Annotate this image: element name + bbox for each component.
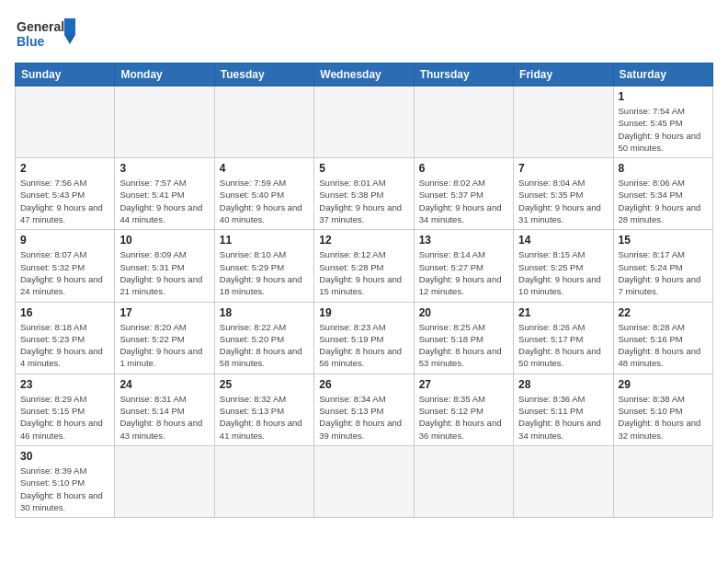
calendar-day-cell: 11Sunrise: 8:10 AM Sunset: 5:29 PM Dayli… [214,230,313,302]
day-info: Sunrise: 8:10 AM Sunset: 5:29 PM Dayligh… [220,248,309,297]
day-number: 6 [419,162,508,175]
calendar-day-cell: 7Sunrise: 8:04 AM Sunset: 5:35 PM Daylig… [514,158,613,230]
calendar-day-cell: 25Sunrise: 8:32 AM Sunset: 5:13 PM Dayli… [214,373,313,445]
day-info: Sunrise: 7:57 AM Sunset: 5:41 PM Dayligh… [119,177,209,225]
calendar-day-cell: 23Sunrise: 8:29 AM Sunset: 5:15 PM Dayli… [16,373,115,445]
day-info: Sunrise: 8:09 AM Sunset: 5:31 PM Dayligh… [119,248,209,297]
calendar-day-cell: 26Sunrise: 8:34 AM Sunset: 5:13 PM Dayli… [314,373,414,445]
svg-text:General: General [17,19,64,34]
day-info: Sunrise: 8:20 AM Sunset: 5:22 PM Dayligh… [119,321,209,370]
calendar-week-row: 30Sunrise: 8:39 AM Sunset: 5:10 PM Dayli… [16,445,713,517]
day-number: 16 [20,306,109,319]
calendar-day-cell [214,445,313,517]
day-number: 20 [419,306,508,319]
day-number: 5 [319,162,408,175]
calendar-day-cell: 28Sunrise: 8:36 AM Sunset: 5:11 PM Dayli… [514,373,613,445]
day-info: Sunrise: 8:15 AM Sunset: 5:25 PM Dayligh… [518,248,608,297]
calendar-day-cell [115,86,214,158]
day-number: 1 [619,90,708,103]
calendar-day-cell: 2Sunrise: 7:56 AM Sunset: 5:43 PM Daylig… [16,158,115,230]
calendar-day-cell: 14Sunrise: 8:15 AM Sunset: 5:25 PM Dayli… [514,230,613,302]
day-number: 3 [119,162,209,175]
calendar-header-sunday: Sunday [16,63,115,86]
day-number: 27 [419,378,508,391]
calendar-day-cell [514,445,613,517]
day-number: 28 [518,378,608,391]
calendar-day-cell: 4Sunrise: 7:59 AM Sunset: 5:40 PM Daylig… [214,158,313,230]
day-info: Sunrise: 8:29 AM Sunset: 5:15 PM Dayligh… [20,393,109,442]
calendar-day-cell [414,445,513,517]
calendar-day-cell [613,445,712,517]
day-number: 24 [119,378,209,391]
calendar-day-cell: 30Sunrise: 8:39 AM Sunset: 5:10 PM Dayli… [16,445,115,517]
calendar-day-cell: 3Sunrise: 7:57 AM Sunset: 5:41 PM Daylig… [115,158,214,230]
day-number: 9 [20,234,109,247]
day-info: Sunrise: 8:31 AM Sunset: 5:14 PM Dayligh… [119,393,209,442]
calendar-day-cell: 19Sunrise: 8:23 AM Sunset: 5:19 PM Dayli… [314,302,414,373]
calendar-day-cell: 24Sunrise: 8:31 AM Sunset: 5:14 PM Dayli… [115,373,214,445]
day-info: Sunrise: 8:22 AM Sunset: 5:20 PM Dayligh… [220,321,309,370]
calendar-day-cell [214,86,313,158]
calendar-day-cell [314,86,414,158]
day-number: 26 [319,378,408,391]
calendar-header-monday: Monday [115,63,214,86]
calendar-day-cell: 16Sunrise: 8:18 AM Sunset: 5:23 PM Dayli… [16,302,115,373]
calendar-week-row: 16Sunrise: 8:18 AM Sunset: 5:23 PM Dayli… [16,302,713,373]
day-number: 7 [518,162,608,175]
day-info: Sunrise: 8:12 AM Sunset: 5:28 PM Dayligh… [319,248,408,297]
calendar-day-cell: 15Sunrise: 8:17 AM Sunset: 5:24 PM Dayli… [613,230,712,302]
day-number: 14 [518,234,608,247]
day-number: 2 [20,162,109,175]
calendar-day-cell: 5Sunrise: 8:01 AM Sunset: 5:38 PM Daylig… [314,158,414,230]
calendar-table: SundayMondayTuesdayWednesdayThursdayFrid… [15,63,713,518]
day-info: Sunrise: 8:18 AM Sunset: 5:23 PM Dayligh… [20,321,109,370]
calendar-header-tuesday: Tuesday [214,63,313,86]
svg-marker-3 [64,35,75,44]
calendar-week-row: 2Sunrise: 7:56 AM Sunset: 5:43 PM Daylig… [16,158,713,230]
day-info: Sunrise: 8:17 AM Sunset: 5:24 PM Dayligh… [619,248,708,297]
day-number: 17 [119,306,209,319]
calendar-header-friday: Friday [514,63,613,86]
day-info: Sunrise: 8:23 AM Sunset: 5:19 PM Dayligh… [319,321,408,370]
day-number: 30 [20,450,109,463]
calendar-day-cell: 18Sunrise: 8:22 AM Sunset: 5:20 PM Dayli… [214,302,313,373]
calendar-day-cell: 22Sunrise: 8:28 AM Sunset: 5:16 PM Dayli… [613,302,712,373]
day-info: Sunrise: 8:28 AM Sunset: 5:16 PM Dayligh… [619,321,708,370]
day-number: 11 [220,234,309,247]
calendar-day-cell: 9Sunrise: 8:07 AM Sunset: 5:32 PM Daylig… [16,230,115,302]
day-info: Sunrise: 7:56 AM Sunset: 5:43 PM Dayligh… [20,177,109,225]
calendar-day-cell: 13Sunrise: 8:14 AM Sunset: 5:27 PM Dayli… [414,230,513,302]
day-info: Sunrise: 8:07 AM Sunset: 5:32 PM Dayligh… [20,248,109,297]
day-info: Sunrise: 8:25 AM Sunset: 5:18 PM Dayligh… [419,321,508,370]
day-number: 29 [619,378,708,391]
calendar-day-cell [115,445,214,517]
day-info: Sunrise: 8:04 AM Sunset: 5:35 PM Dayligh… [518,177,608,225]
day-info: Sunrise: 8:14 AM Sunset: 5:27 PM Dayligh… [419,248,508,297]
day-info: Sunrise: 8:39 AM Sunset: 5:10 PM Dayligh… [20,465,109,513]
calendar-day-cell: 21Sunrise: 8:26 AM Sunset: 5:17 PM Dayli… [514,302,613,373]
calendar-day-cell: 8Sunrise: 8:06 AM Sunset: 5:34 PM Daylig… [613,158,712,230]
page-header: GeneralBlue [15,15,713,52]
day-info: Sunrise: 8:35 AM Sunset: 5:12 PM Dayligh… [419,393,508,442]
day-info: Sunrise: 8:06 AM Sunset: 5:34 PM Dayligh… [619,177,708,225]
calendar-day-cell: 10Sunrise: 8:09 AM Sunset: 5:31 PM Dayli… [115,230,214,302]
day-number: 4 [220,162,309,175]
calendar-day-cell: 6Sunrise: 8:02 AM Sunset: 5:37 PM Daylig… [414,158,513,230]
day-info: Sunrise: 7:54 AM Sunset: 5:45 PM Dayligh… [619,105,708,154]
day-number: 23 [20,378,109,391]
calendar-day-cell: 17Sunrise: 8:20 AM Sunset: 5:22 PM Dayli… [115,302,214,373]
day-number: 19 [319,306,408,319]
calendar-header-wednesday: Wednesday [314,63,414,86]
day-info: Sunrise: 7:59 AM Sunset: 5:40 PM Dayligh… [220,177,309,225]
calendar-header-row: SundayMondayTuesdayWednesdayThursdayFrid… [16,63,713,86]
calendar-day-cell [314,445,414,517]
day-number: 8 [619,162,708,175]
calendar-day-cell: 27Sunrise: 8:35 AM Sunset: 5:12 PM Dayli… [414,373,513,445]
day-number: 21 [518,306,608,319]
day-number: 12 [319,234,408,247]
day-number: 10 [119,234,209,247]
day-number: 25 [220,378,309,391]
day-number: 22 [619,306,708,319]
svg-marker-2 [64,18,75,35]
day-number: 15 [619,234,708,247]
